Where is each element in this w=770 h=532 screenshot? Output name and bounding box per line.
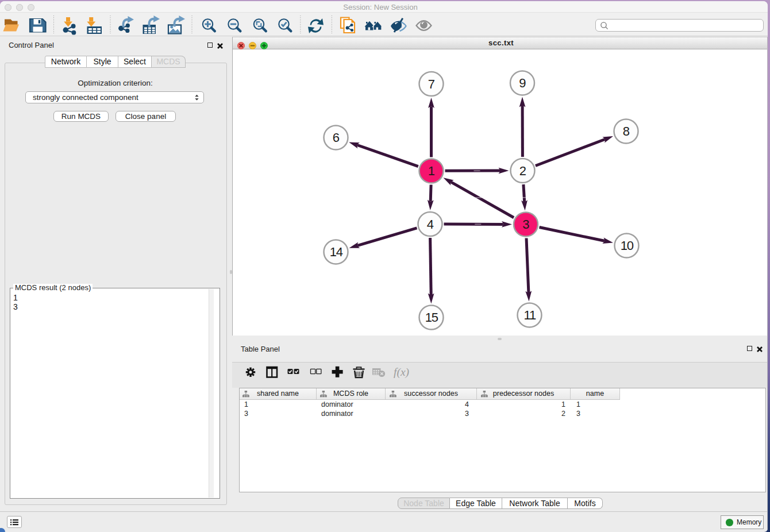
svg-text:14: 14 [330,245,343,259]
svg-text:f(x): f(x) [394,366,409,379]
svg-text:15: 15 [425,310,438,325]
svg-text:4: 4 [427,217,434,232]
svg-text:1: 1 [428,164,435,178]
svg-text:8: 8 [623,124,630,138]
svg-text:3: 3 [522,217,529,232]
svg-text:9: 9 [519,76,526,90]
svg-text:6: 6 [333,130,340,145]
svg-text:10: 10 [621,238,634,253]
svg-text:7: 7 [428,77,435,91]
svg-text:2: 2 [519,164,526,178]
svg-text:11: 11 [524,308,536,322]
